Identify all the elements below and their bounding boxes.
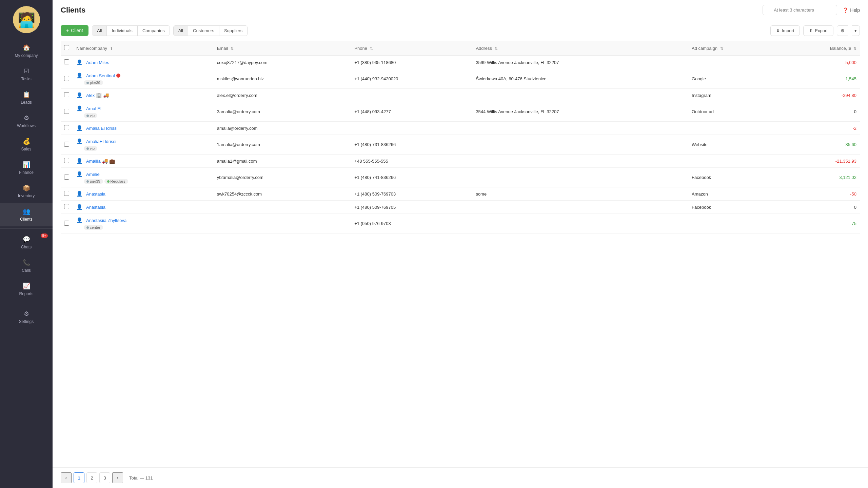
search-wrapper: 🔍 (763, 5, 837, 15)
add-client-button[interactable]: + Client (61, 25, 88, 36)
client-name-link[interactable]: Amal El (86, 106, 101, 111)
name-cell: 👤 AmaliaEl Idrissivip (76, 138, 210, 151)
sidebar-item-tasks[interactable]: ☑ Tasks (0, 63, 53, 86)
address-cell: 3544 Willis Avenue Jacksonville, FL 3220… (472, 102, 688, 122)
sidebar-item-workflows[interactable]: ⚙ Workflows (0, 109, 53, 133)
sidebar-item-chats[interactable]: 💬 9+ Chats (0, 231, 53, 254)
filter-suppliers[interactable]: Suppliers (219, 26, 247, 36)
sidebar-label-reports: Reports (19, 291, 33, 296)
client-name-link[interactable]: Adam Miles (86, 60, 109, 65)
import-label: Import (782, 28, 794, 33)
pagination-page-2[interactable]: 2 (86, 472, 97, 483)
clients-table-container: Name/company ⬆ Email ⇅ Phone ⇅ Address ⇅ (53, 41, 868, 467)
ad-campaign-cell: Instagram (688, 89, 780, 102)
email-cell: coxoj87217@daypey.com (214, 56, 351, 69)
search-input[interactable] (763, 5, 837, 15)
row-checkbox[interactable] (64, 109, 69, 114)
col-header-ad-campaign[interactable]: Ad campaign ⇅ (688, 41, 780, 56)
table-row: 👤 Adam Sentinalpier39mskiles@vonrueden.b… (61, 69, 860, 89)
filter-all-type[interactable]: All (92, 26, 107, 36)
sidebar-item-my-company[interactable]: 🏠 My company (0, 39, 53, 63)
row-checkbox[interactable] (64, 221, 69, 226)
import-button[interactable]: ⬇ Import (770, 25, 800, 36)
table-row: 👤 Amaliia🚚💼amalia1@gmail.com+48 555-555-… (61, 155, 860, 168)
filter-companies[interactable]: Companies (138, 26, 170, 36)
row-checkbox[interactable] (64, 158, 69, 163)
table-body: 👤 Adam Milescoxoj87217@daypey.com+1 (380… (61, 56, 860, 233)
balance-cell: 0 (780, 102, 860, 122)
address-cell (472, 168, 688, 187)
sidebar-item-clients[interactable]: 👥 Clients (0, 203, 53, 226)
client-name-link[interactable]: Amaliia (86, 159, 101, 164)
sort-icon-phone: ⇅ (370, 46, 373, 50)
sidebar-item-settings[interactable]: ⚙ Settings (0, 305, 53, 329)
pagination-next[interactable]: › (112, 472, 123, 483)
sidebar-item-sales[interactable]: 💰 Sales (0, 133, 53, 156)
table-row: 👤 AmaliaEl Idrissivip1amalia@orderry.com… (61, 135, 860, 155)
sidebar-item-inventory[interactable]: 📦 Inventory (0, 180, 53, 203)
filter-all-role[interactable]: All (174, 26, 188, 36)
sidebar-nav: 🏠 My company ☑ Tasks 📋 Leads ⚙ Workflows… (0, 37, 53, 488)
client-name-link[interactable]: Adam Sentinal (86, 73, 115, 78)
row-checkbox[interactable] (64, 92, 69, 97)
select-all-header[interactable] (61, 41, 73, 56)
pagination-page-1[interactable]: 1 (74, 472, 84, 483)
export-button[interactable]: ⬆ Export (803, 25, 833, 36)
ad-campaign-cell: Amazon (688, 187, 780, 201)
row-checkbox[interactable] (64, 59, 69, 64)
filter-customers[interactable]: Customers (188, 26, 219, 36)
columns-settings-button[interactable]: ⚙ (837, 25, 848, 36)
client-name-link[interactable]: Anastasiia Zhyltsova (86, 218, 126, 223)
row-checkbox[interactable] (64, 175, 69, 180)
client-name-link[interactable]: Amelie (86, 172, 100, 177)
name-row: 👤 Amal El (76, 105, 210, 111)
ad-campaign-cell: Outdoor ad (688, 102, 780, 122)
balance-cell: -21,351.93 (780, 155, 860, 168)
sidebar-label-finance: Finance (19, 170, 34, 175)
name-cell: 👤 Adam Sentinalpier39 (76, 73, 210, 85)
sidebar-divider (0, 228, 53, 229)
balance-cell: 1,545 (780, 69, 860, 89)
sidebar-item-calls[interactable]: 📞 Calls (0, 254, 53, 278)
sidebar-label-chats: Chats (21, 245, 32, 249)
address-cell: some (472, 187, 688, 201)
sidebar: 🧑‍💻 🏠 My company ☑ Tasks 📋 Leads ⚙ Workf… (0, 0, 53, 488)
table-row: 👤 Anastasia+1 (480) 509-769705Facebook0 (61, 201, 860, 214)
client-name-link[interactable]: Alex (86, 93, 95, 98)
client-name-link[interactable]: Anastasia (86, 205, 105, 210)
help-button[interactable]: ❓ Help (843, 7, 860, 13)
client-name-link[interactable]: Anastasia (86, 191, 105, 197)
client-name-link[interactable]: AmaliaEl Idrissi (86, 139, 116, 144)
col-header-email[interactable]: Email ⇅ (214, 41, 351, 56)
filter-individuals[interactable]: Individuals (107, 26, 137, 36)
pagination-prev[interactable]: ‹ (61, 472, 72, 483)
tag: pier39 (84, 80, 103, 85)
row-checkbox[interactable] (64, 191, 69, 196)
client-type-icon: 👤 (76, 138, 83, 144)
truck-icon: 🚚 (103, 93, 109, 98)
pagination-page-3[interactable]: 3 (99, 472, 110, 483)
table-row: 👤 Amalia El Idrissiamalia@orderry.com-2 (61, 122, 860, 135)
sidebar-item-leads[interactable]: 📋 Leads (0, 86, 53, 109)
address-cell (472, 201, 688, 214)
tag-dot-icon (86, 115, 89, 117)
ad-campaign-cell: Website (688, 135, 780, 155)
avatar[interactable]: 🧑‍💻 (13, 6, 40, 33)
client-name-link[interactable]: Amalia El Idrissi (86, 126, 117, 131)
ad-campaign-cell (688, 214, 780, 233)
address-cell (472, 135, 688, 155)
col-header-address[interactable]: Address ⇅ (472, 41, 688, 56)
col-header-name[interactable]: Name/company ⬆ (73, 41, 214, 56)
columns-dropdown-button[interactable]: ▾ (852, 25, 860, 36)
row-checkbox[interactable] (64, 204, 69, 209)
sidebar-item-finance[interactable]: 📊 Finance (0, 156, 53, 180)
row-checkbox[interactable] (64, 76, 69, 81)
col-header-balance[interactable]: Balance, $ ⇅ (780, 41, 860, 56)
col-header-phone[interactable]: Phone ⇅ (351, 41, 472, 56)
sidebar-item-reports[interactable]: 📈 Reports (0, 278, 53, 301)
pagination: ‹ 1 2 3 › Total — 131 (53, 467, 868, 488)
client-type-icon: 👤 (76, 125, 83, 131)
row-checkbox[interactable] (64, 125, 69, 130)
select-all-checkbox[interactable] (64, 45, 69, 50)
row-checkbox[interactable] (64, 142, 69, 147)
